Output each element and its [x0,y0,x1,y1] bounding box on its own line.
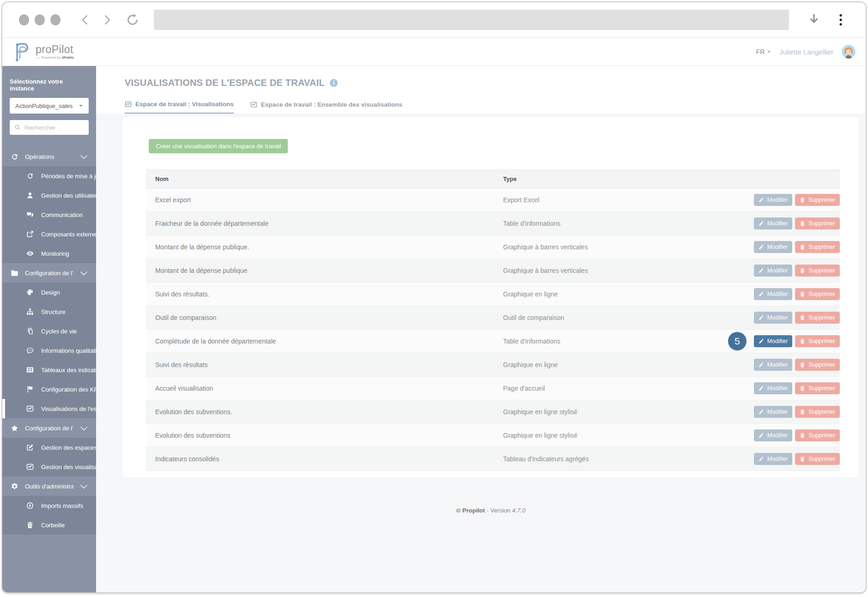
table-row: Evolution des subventionsGraphique en li… [146,424,840,447]
language-selector[interactable]: FR [756,48,771,55]
edit-button[interactable]: Modifier [754,288,792,300]
sidebar-item-monitoring[interactable]: Monitoring [2,244,96,263]
search-input[interactable] [24,124,84,131]
delete-button[interactable]: Supprimer [795,194,840,206]
trash-icon [800,386,805,391]
cell-actions: ModifierSupprimer [725,283,840,306]
pencil-icon [759,386,764,391]
back-icon[interactable] [80,14,90,26]
footer: © Propilot - Version 4.7.0 [123,507,859,528]
delete-button[interactable]: Supprimer [795,359,840,371]
caret-down-icon [767,50,771,54]
sidebar-section-configuration-de-l-espace-de[interactable]: Configuration de l'espace de ... [2,263,96,283]
forward-icon[interactable] [102,14,112,26]
sidebar-item-structure[interactable]: Structure [2,302,96,321]
cell-name: Montant de la dépense publique [146,259,494,283]
url-bar[interactable] [154,10,789,30]
sitemap-icon [26,308,34,315]
delete-button[interactable]: Supprimer [795,335,840,347]
delete-button[interactable]: Supprimer [795,312,840,324]
sidebar: Sélectionnez votre instance ActionPubliq… [2,66,96,593]
pencil-icon [759,433,764,438]
edit-button[interactable]: Modifier [754,194,792,206]
delete-button[interactable]: Supprimer [795,265,840,277]
sidebar-item-cycles-de-vie[interactable]: Cycles de vie [2,321,96,341]
sidebar-item-gestion-des-visualisatio[interactable]: Gestion des visualisatio... [2,457,96,476]
sidebar-section-outils-d-administration[interactable]: Outils d'administration [2,476,96,496]
comment-dots-icon [26,347,34,354]
kebab-menu-icon[interactable] [836,13,845,26]
tab-espace-de-travail-ensemble-des-visualisations[interactable]: Espace de travail : Ensemble des visuali… [250,101,402,114]
window-control-dot[interactable] [35,14,45,25]
sidebar-item-informations-qualitatives[interactable]: Informations qualitatives [2,341,96,360]
sidebar-item-configuration-des-kpis[interactable]: Configuration des KPIs [2,380,96,399]
delete-button[interactable]: Supprimer [795,382,840,394]
create-visualisation-button[interactable]: Créer une visualisation dans l'espace de… [149,139,288,153]
sidebar-item-design[interactable]: Design [2,283,96,302]
sidebar-item-corbeille[interactable]: Corbeille [2,515,96,535]
sidebar-item-gestion-des-espaces-de[interactable]: Gestion des espaces de... [2,438,96,457]
sidebar-item-visualisations-de-l-espa[interactable]: Visualisations de l'espa... [2,399,96,418]
cell-type: Graphique à barres verticales [494,259,725,283]
sidebar-item-imports-massifs[interactable]: Imports massifs [2,496,96,515]
edit-button[interactable]: Modifier [754,429,792,441]
flag-icon [26,386,34,393]
visualisations-card: Créer une visualisation dans l'espace de… [123,117,859,477]
cell-type: Graphique à barres verticales [494,235,725,259]
edit-button-label: Modifier [767,314,788,321]
download-icon[interactable] [807,13,820,26]
instance-select[interactable]: ActionPublique_sales [10,98,89,114]
info-icon[interactable] [329,78,338,87]
delete-button[interactable]: Supprimer [795,406,840,418]
delete-button[interactable]: Supprimer [795,288,840,300]
sidebar-item-periodes-de-mise-a-jour[interactable]: Périodes de mise à jour [2,166,96,186]
cell-actions: ModifierSupprimer [725,235,840,259]
refresh-icon[interactable] [126,13,139,26]
edit-button[interactable]: Modifier [754,382,792,394]
brand-tagline: — Powered by dFakto [36,55,74,60]
edit-button[interactable]: Modifier [754,217,792,229]
edit-button[interactable]: Modifier [754,359,792,371]
sidebar-item-tableaux-des-indicateurs[interactable]: Tableaux des indicateurs [2,360,96,380]
cell-type: Graphique en ligne stylisé [494,400,725,424]
sidebar-item-composants-externes[interactable]: Composants externes [2,224,96,244]
delete-button[interactable]: Supprimer [795,217,840,229]
table-row: Montant de la dépense publiqueGraphique … [146,259,840,283]
cell-type: Table d'informations [494,212,725,235]
sidebar-section-label: Opérations [25,153,55,160]
window-control-dot[interactable] [50,14,61,25]
cell-name: Excel export [146,188,494,212]
delete-button[interactable]: Supprimer [795,453,840,465]
sidebar-item-label: Structure [41,308,66,315]
edit-button[interactable]: Modifier [754,335,792,347]
trash-icon [800,244,805,250]
cell-actions: ModifierSupprimer [725,353,840,377]
edit-button[interactable]: Modifier [754,453,792,465]
sidebar-section-configuration-de-l-accueil[interactable]: Configuration de l'accueil [2,418,96,438]
tab-espace-de-travail-visualisations[interactable]: Espace de travail : Visualisations [125,101,234,114]
sidebar-item-communication[interactable]: Communication [2,205,96,224]
sidebar-section-operations[interactable]: Opérations [2,147,96,166]
avatar[interactable] [842,45,856,59]
user-name[interactable]: Juliette Langellier [779,48,833,56]
language-label: FR [756,48,765,55]
sidebar-item-gestion-des-utilisateurs[interactable]: Gestion des utilisateurs [2,186,96,205]
sidebar-item-label: Visualisations de l'espa... [41,405,96,412]
edit-button[interactable]: Modifier [754,406,792,418]
chevron-down-icon [80,482,88,490]
trash-icon [800,456,805,462]
cell-type: Tableau d'indicateurs agrégés [494,447,725,471]
delete-button[interactable]: Supprimer [795,429,840,441]
pencil-icon [759,244,764,250]
edit-button[interactable]: Modifier [754,241,792,253]
pages-icon [26,327,34,335]
edit-button[interactable]: Modifier [754,312,792,324]
brand: proPilot — Powered by dFakto [12,42,74,62]
delete-button[interactable]: Supprimer [795,241,840,253]
window-control-dot[interactable] [19,14,29,25]
edit-button[interactable]: Modifier [754,265,792,277]
download-circle-icon [26,502,34,509]
sidebar-nav: OpérationsPériodes de mise à jourGestion… [2,147,96,535]
pencil-icon [759,221,764,226]
cell-name: Montant de la dépense publique. [146,235,494,259]
